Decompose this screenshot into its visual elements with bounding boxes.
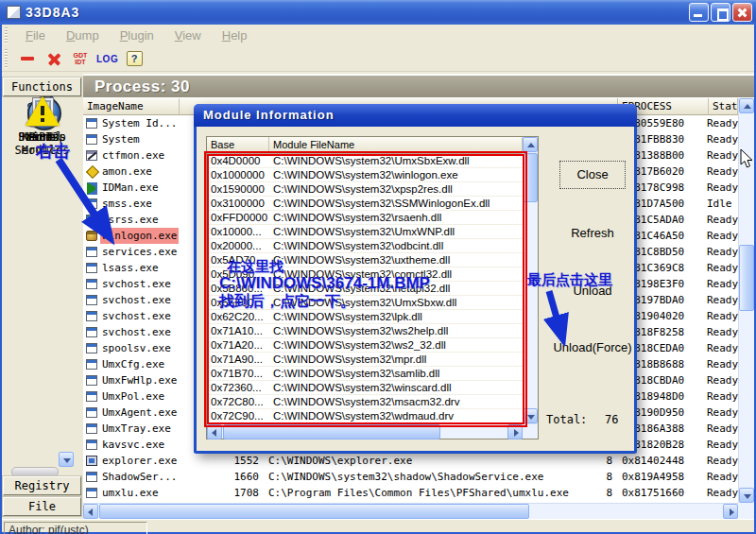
module-scroll-thumb[interactable] — [523, 153, 538, 202]
dump-minus-button[interactable] — [17, 48, 38, 69]
dialog-title-bar: Module Information — [194, 104, 637, 127]
module-row[interactable]: 0x72C80... C:\WINDOWS\system32\msacm32.d… — [207, 395, 523, 409]
vertical-scroll-thumb[interactable] — [739, 245, 754, 311]
column-base[interactable]: Base — [207, 137, 269, 154]
horizontal-scrollbar[interactable] — [83, 503, 738, 519]
sidebar-item[interactable]: SPI — [2, 95, 82, 144]
process-row[interactable]: umxlu.exe 1708 C:\Program Files\Common F… — [83, 485, 738, 501]
scroll-down-button[interactable] — [739, 488, 754, 503]
sidebar-icon — [25, 95, 60, 129]
gdt-idt-button[interactable]: GDT IDT — [70, 48, 91, 69]
module-row[interactable]: 0x10000... C:\WINDOWS\system32\UmxWNP.dl… — [207, 225, 523, 239]
minus-icon — [21, 57, 34, 60]
process-icon — [86, 359, 97, 370]
chevron-right-icon — [730, 508, 734, 516]
total-value: 76 — [605, 413, 618, 426]
process-icon — [86, 263, 97, 273]
chevron-down-icon — [527, 415, 535, 420]
module-row[interactable]: 0x3100000 C:\WINDOWS\system32\SSMWinlogo… — [207, 197, 523, 211]
process-icon — [86, 231, 97, 241]
module-row[interactable]: 0x72360... C:\WINDOWS\system32\winscard.… — [207, 381, 523, 395]
refresh-button[interactable]: Refresh — [541, 226, 644, 240]
module-scroll-down-button[interactable] — [523, 408, 538, 423]
minimize-button[interactable] — [689, 3, 709, 22]
chevron-right-icon — [514, 429, 519, 437]
module-scroll-up-button[interactable] — [523, 137, 538, 152]
status-bar: Author: pjf(ustc) — [2, 519, 754, 532]
sidebar-scroll-down-button[interactable] — [59, 452, 74, 467]
module-row[interactable]: 0x5FF00... C:\WINDOWS\system32\UmxSbxw.d… — [207, 296, 523, 310]
process-icon — [86, 343, 97, 353]
process-icon — [86, 423, 97, 434]
process-icon — [86, 407, 97, 418]
process-icon — [86, 439, 97, 450]
menu-item[interactable]: Dump — [60, 26, 106, 44]
module-row[interactable]: 0xFFD0000 C:\WINDOWS\system32\rsaenh.dll — [207, 211, 523, 225]
process-icon — [86, 182, 97, 193]
process-row[interactable]: explorer.exe 1552 C:\WINDOWS\explorer.ex… — [83, 453, 738, 469]
unload-force-button[interactable]: Unload(Force) — [541, 340, 644, 354]
close-button[interactable] — [732, 3, 752, 22]
module-row[interactable]: 0x1000000 C:\WINDOWS\system32\winlogon.e… — [207, 168, 523, 182]
module-scroll-left-button[interactable] — [207, 424, 222, 439]
process-icon — [86, 488, 97, 498]
module-list: Base Module FileName 0x4D0000 C:\WINDOWS… — [206, 136, 539, 439]
menu-item[interactable]: Plugin — [113, 26, 161, 44]
help-button[interactable]: ? — [124, 48, 145, 69]
module-hscroll-thumb[interactable] — [223, 424, 440, 439]
menu-item[interactable]: Help — [215, 26, 254, 44]
sidebar-item-label: SPI — [5, 130, 80, 144]
module-row[interactable]: 0x4D0000 C:\WINDOWS\system32\UmxSbxExw.d… — [207, 154, 523, 168]
process-icon — [86, 295, 97, 305]
module-scroll-right-button[interactable] — [507, 424, 523, 439]
module-row[interactable]: 0x62C20... C:\WINDOWS\system32\lpk.dll — [207, 310, 523, 324]
process-row[interactable]: ShadowSer... 1660 C:\WINDOWS\system32\sh… — [83, 469, 738, 485]
chevron-down-icon — [63, 458, 71, 463]
x-icon — [47, 52, 61, 66]
registry-section-button[interactable]: Registry — [3, 476, 81, 495]
scroll-left-button[interactable] — [83, 504, 98, 519]
help-icon: ? — [127, 51, 143, 66]
module-row[interactable]: 0x71B70... C:\WINDOWS\system32\samlib.dl… — [207, 367, 523, 381]
horizontal-scroll-thumb[interactable] — [99, 504, 529, 519]
app-window: 33D8A3 FileDumpPluginViewHelp GDT IDT LO… — [0, 0, 756, 534]
vertical-scrollbar[interactable] — [738, 98, 754, 503]
title-bar: 33D8A3 — [0, 0, 756, 25]
functions-header-button[interactable]: Functions — [3, 78, 81, 96]
scroll-up-button[interactable] — [739, 98, 754, 113]
module-row[interactable]: 0x5D090... C:\WINDOWS\system32\comctl32.… — [207, 267, 523, 282]
unload-button[interactable]: Unload — [541, 284, 644, 298]
process-icon — [86, 375, 97, 386]
menu-item[interactable]: View — [168, 26, 208, 44]
kill-button[interactable] — [43, 48, 64, 69]
chevron-up-icon — [527, 143, 535, 147]
module-row[interactable]: 0x5B860... C:\WINDOWS\system32\netapi32.… — [207, 282, 523, 296]
scrollbar-corner — [738, 503, 754, 519]
file-section-button[interactable]: File — [3, 497, 81, 516]
menu-item[interactable]: File — [19, 26, 52, 44]
window-title: 33D8A3 — [26, 5, 79, 20]
restore-button[interactable] — [711, 3, 730, 22]
scroll-right-button[interactable] — [723, 504, 738, 519]
module-vertical-scrollbar[interactable] — [523, 137, 538, 423]
chevron-left-icon — [212, 429, 216, 437]
module-row[interactable]: 0x71A90... C:\WINDOWS\system32\mpr.dll — [207, 353, 523, 367]
module-row[interactable]: 0x71A20... C:\WINDOWS\system32\ws2_32.dl… — [207, 338, 523, 353]
column-module-filename[interactable]: Module FileName — [269, 137, 523, 154]
process-icon — [86, 150, 97, 161]
module-row[interactable]: 0x20000... C:\WINDOWS\system32\odbcint.d… — [207, 239, 523, 253]
process-count-header: Process: 30 — [83, 76, 754, 97]
log-button[interactable]: LOG — [96, 48, 118, 69]
module-row[interactable]: 0x72C90... C:\WINDOWS\system32\wdmaud.dr… — [207, 409, 523, 423]
module-row[interactable]: 0x71A10... C:\WINDOWS\system32\ws2help.d… — [207, 324, 523, 338]
module-horizontal-scrollbar[interactable] — [207, 423, 538, 439]
close-dialog-button[interactable]: Close — [559, 161, 626, 189]
process-icon — [86, 198, 97, 209]
process-icon — [86, 327, 97, 337]
module-row[interactable]: 0x1590000 C:\WINDOWS\system32\xpsp2res.d… — [207, 182, 523, 197]
process-icon — [86, 472, 97, 482]
process-icon — [86, 166, 97, 177]
column-state[interactable]: State — [709, 98, 738, 115]
column-imagename[interactable]: ImageName — [83, 98, 180, 115]
module-row[interactable]: 0x5AD70... C:\WINDOWS\system32\uxtheme.d… — [207, 253, 523, 267]
